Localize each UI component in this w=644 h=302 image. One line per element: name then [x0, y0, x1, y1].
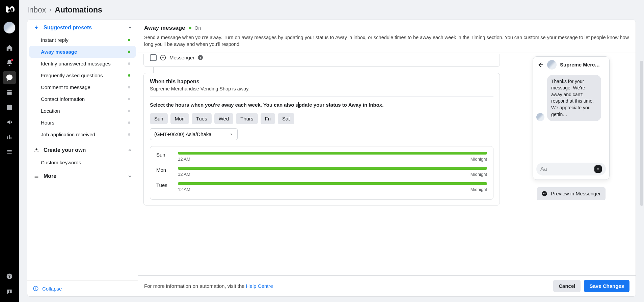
select-hours-text: Select the hours when you're away each w…	[150, 101, 493, 109]
chevron-right-icon: ›	[49, 6, 51, 13]
schedule-day-label: Tues	[156, 182, 172, 188]
collapse-button[interactable]: Collapse	[27, 280, 138, 296]
day-toggle[interactable]: Wed	[214, 113, 234, 124]
schedule-row: Tues12 AMMidnight	[156, 182, 487, 192]
nav-help-icon[interactable]: ?	[3, 270, 16, 283]
collapse-icon	[33, 285, 39, 292]
nav-feedback-icon[interactable]	[3, 285, 16, 299]
breadcrumb-inbox[interactable]: Inbox	[27, 5, 46, 15]
nav-ads-icon[interactable]	[3, 115, 16, 129]
automation-title: Away message	[144, 25, 185, 31]
svg-point-4	[33, 286, 38, 291]
status-dot-icon	[128, 74, 130, 77]
preset-item[interactable]: Custom keywords	[29, 157, 136, 168]
preview-message-bubble: Thanks for your message. We're away and …	[547, 75, 601, 121]
section-suggested-presets[interactable]: Suggested presets	[27, 20, 138, 34]
day-toggle[interactable]: Fri	[261, 113, 275, 124]
schedule-start: 12 AM	[178, 157, 190, 162]
preset-item-label: Frequently asked questions	[41, 73, 103, 78]
status-dot-icon	[128, 121, 130, 124]
global-nav-rail: ?	[0, 0, 19, 302]
day-toggle[interactable]: Mon	[170, 113, 189, 124]
preset-item[interactable]: Instant reply	[29, 34, 136, 46]
chevron-up-icon	[128, 25, 132, 30]
nav-posts-icon[interactable]	[3, 86, 16, 99]
chevron-down-icon	[128, 174, 132, 179]
save-button[interactable]: Save Changes	[584, 280, 629, 292]
schedule-bar[interactable]	[178, 167, 487, 170]
preset-item[interactable]: Identify unanswered messages	[29, 58, 136, 70]
preset-item-label: Contact information	[41, 96, 85, 102]
sparkle-icon	[33, 147, 40, 153]
cancel-button[interactable]: Cancel	[553, 280, 581, 292]
schedule-end: Midnight	[471, 157, 487, 162]
preset-item[interactable]: Job application received	[29, 129, 136, 140]
help-centre-link[interactable]: Help Centre	[246, 283, 273, 289]
preview-in-messenger-button[interactable]: Preview in Messenger	[537, 187, 606, 200]
account-avatar[interactable]	[3, 22, 16, 34]
status-dot-icon	[128, 133, 130, 136]
schedule-bar[interactable]	[178, 182, 487, 185]
preset-item-label: Instant reply	[41, 37, 69, 43]
messenger-checkbox[interactable]	[150, 54, 157, 61]
nav-home-icon[interactable]	[3, 41, 16, 55]
preset-item-label: Location	[41, 108, 60, 114]
meta-logo-icon[interactable]	[3, 3, 16, 16]
automation-description: Send a message when you're away. Turn on…	[144, 34, 629, 48]
nav-inbox-icon[interactable]	[3, 71, 16, 84]
preset-item[interactable]: Contact information	[29, 93, 136, 105]
info-icon[interactable]: i	[198, 55, 203, 60]
nav-notifications-icon[interactable]	[3, 56, 16, 70]
preset-item[interactable]: Away message	[29, 46, 136, 58]
nav-insights-icon[interactable]	[3, 130, 16, 144]
schedule-box: Sun12 AMMidnightMon12 AMMidnightTues12 A…	[150, 146, 493, 200]
preset-item-label: Away message	[41, 49, 77, 55]
section-create-your-own[interactable]: Create your own	[27, 142, 138, 157]
presets-sidebar: Suggested presets Instant replyAway mess…	[27, 20, 138, 296]
text-caret	[298, 102, 299, 108]
preset-item-label: Identify unanswered messages	[41, 61, 111, 66]
day-toggle[interactable]: Tues	[192, 113, 212, 124]
status-dot-icon	[128, 39, 130, 41]
day-toggle[interactable]: Sat	[278, 113, 294, 124]
schedule-end: Midnight	[471, 172, 487, 177]
schedule-end: Midnight	[471, 187, 487, 192]
when-subtitle: Supreme Merchandise Vending Shop is away…	[150, 86, 493, 91]
schedule-day-label: Sun	[156, 152, 172, 158]
section-more[interactable]: More	[27, 168, 138, 183]
svg-text:?: ?	[8, 274, 11, 278]
schedule-start: 12 AM	[178, 187, 190, 192]
preset-item[interactable]: Hours	[29, 117, 136, 129]
automation-header: Away message On Send a message when you'…	[138, 20, 636, 53]
status-dot-icon	[128, 62, 130, 65]
nav-planner-icon[interactable]	[3, 101, 16, 114]
preset-item[interactable]: Comment to message	[29, 81, 136, 93]
schedule-start: 12 AM	[178, 172, 190, 177]
list-icon	[33, 173, 40, 179]
day-toggle-row: SunMonTuesWedThursFriSat	[150, 113, 493, 124]
day-toggle[interactable]: Thurs	[236, 113, 258, 124]
breadcrumb-automations: Automations	[55, 5, 102, 15]
svg-point-6	[597, 168, 598, 169]
schedule-bar[interactable]	[178, 152, 487, 155]
preview-phone: Supreme Merc… Thanks for your message. W…	[533, 56, 610, 180]
notification-badge	[11, 59, 14, 61]
when-card: When this happens Supreme Merchandise Ve…	[143, 73, 500, 206]
preset-item[interactable]: Frequently asked questions	[29, 70, 136, 81]
schedule-row: Mon12 AMMidnight	[156, 167, 487, 177]
breadcrumb: Inbox › Automations	[19, 0, 644, 20]
svg-rect-2	[9, 291, 10, 292]
nav-more-icon[interactable]	[3, 145, 16, 159]
status-label: On	[195, 25, 201, 31]
status-dot-icon	[128, 98, 130, 100]
messenger-label: Messenger	[169, 55, 194, 60]
preview-input: Aa	[536, 163, 606, 175]
day-toggle[interactable]: Sun	[150, 113, 168, 124]
lightning-icon	[33, 25, 40, 30]
preview-back-icon[interactable]	[537, 61, 544, 68]
svg-point-7	[598, 168, 599, 169]
preset-item[interactable]: Location	[29, 105, 136, 117]
timezone-select[interactable]: (GMT+06:00) Asia/Dhaka	[150, 128, 238, 140]
preset-item-label: Hours	[41, 120, 54, 126]
preview-avatar	[547, 60, 557, 70]
